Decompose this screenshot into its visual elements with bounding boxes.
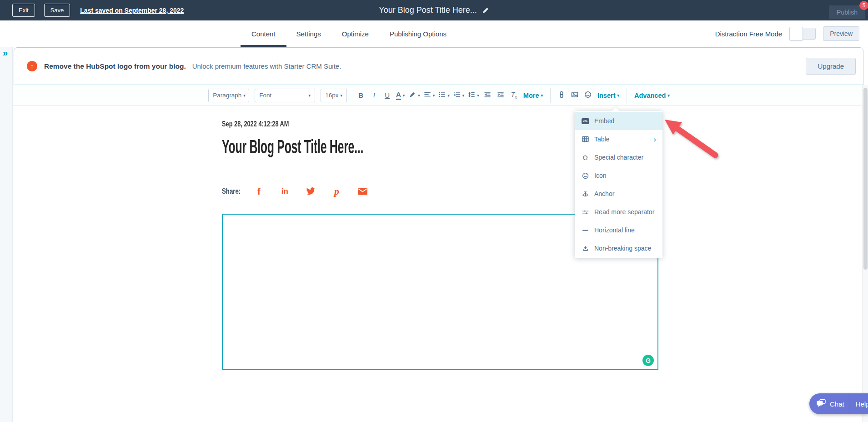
- post-title[interactable]: Your Blog Post Title Here...: [222, 136, 363, 158]
- font-size-select[interactable]: 16px ▾: [321, 89, 347, 102]
- link-button[interactable]: [556, 89, 568, 102]
- chevron-down-icon: ▾: [667, 93, 670, 98]
- menu-item-label: Table: [594, 136, 609, 143]
- anchor-icon: [581, 191, 589, 197]
- help-label: Help: [856, 400, 868, 408]
- insert-menu-item-anchor[interactable]: Anchor: [575, 185, 662, 203]
- font-select-value: Font: [259, 92, 271, 99]
- tab-settings[interactable]: Settings: [296, 20, 321, 47]
- clear-formatting-button[interactable]: Tx: [508, 89, 520, 102]
- bold-button[interactable]: B: [355, 89, 367, 102]
- font-size-value: 16px: [325, 92, 338, 99]
- highlight-icon: [409, 91, 416, 100]
- align-button[interactable]: ▾: [422, 89, 437, 102]
- line-height-button[interactable]: ▾: [467, 89, 481, 102]
- table-icon: [581, 136, 589, 142]
- insert-menu-item-non-breaking-space[interactable]: Non-breaking space: [575, 239, 662, 257]
- read-more-icon: [581, 209, 589, 215]
- insert-menu-item-special-character[interactable]: Ω Special character: [575, 148, 662, 166]
- toolbar-divider: [627, 88, 627, 103]
- insert-menu-item-icon[interactable]: Icon: [575, 166, 662, 185]
- tabbar-right-group: Distraction Free Mode Preview: [715, 20, 859, 47]
- post-date: Sep 28, 2022 4:12:28 AM: [222, 120, 289, 128]
- underline-button[interactable]: U: [381, 89, 393, 102]
- email-icon[interactable]: [350, 188, 376, 195]
- post-title-header: Your Blog Post Title Here...: [379, 5, 489, 15]
- insert-menu-item-table[interactable]: Table ›: [575, 130, 662, 148]
- align-icon: [424, 91, 431, 100]
- indent-icon: [497, 91, 504, 100]
- expand-sidebar-icon[interactable]: »: [3, 48, 8, 57]
- scrollbar-thumb[interactable]: [863, 88, 868, 270]
- chevron-down-icon: ▾: [433, 93, 435, 98]
- menu-item-label: Icon: [594, 172, 606, 179]
- tab-optimize[interactable]: Optimize: [342, 20, 369, 47]
- pinterest-icon[interactable]: p: [324, 186, 350, 197]
- font-select[interactable]: Font ▾: [255, 89, 315, 102]
- advanced-button[interactable]: Advanced ▾: [632, 92, 672, 99]
- insert-button[interactable]: Insert ▾: [595, 92, 622, 99]
- menu-item-label: Anchor: [594, 190, 614, 197]
- share-row: Share: f in p: [222, 186, 376, 197]
- menu-item-label: Horizontal line: [594, 226, 635, 234]
- post-title-text: Your Blog Post Title Here...: [379, 5, 477, 15]
- edit-pencil-icon[interactable]: [482, 7, 489, 14]
- save-button[interactable]: Save: [44, 4, 70, 17]
- chat-bubble-icon: [816, 399, 826, 409]
- banner-bold-text: Remove the HubSpot logo from your blog.: [44, 62, 186, 70]
- insert-label: Insert: [597, 92, 616, 99]
- annotation-arrow: [655, 109, 732, 168]
- toggle-knob[interactable]: [789, 27, 803, 40]
- bullet-list-button[interactable]: ▾: [437, 89, 451, 102]
- more-label: More: [523, 92, 539, 99]
- insert-menu-item-embed[interactable]: </> Embed: [575, 112, 662, 130]
- emoji-icon: [584, 91, 592, 100]
- menu-item-label: Embed: [594, 117, 614, 125]
- insert-menu-item-horizontal-line[interactable]: Horizontal line: [575, 221, 662, 239]
- horizontal-line-icon: [581, 227, 589, 233]
- linkedin-icon[interactable]: in: [272, 187, 298, 196]
- chevron-down-icon: ▾: [447, 93, 450, 98]
- omega-icon: Ω: [581, 154, 589, 161]
- last-saved-link[interactable]: Last saved on September 28, 2022: [80, 7, 184, 14]
- more-button[interactable]: More ▾: [521, 92, 546, 99]
- tab-content[interactable]: Content: [251, 20, 276, 47]
- distraction-free-mode-toggle[interactable]: [789, 28, 816, 40]
- numbered-list-button[interactable]: ▾: [452, 89, 466, 102]
- embed-icon: </>: [581, 118, 589, 124]
- underline-icon: U: [385, 91, 390, 99]
- image-button[interactable]: [569, 89, 581, 102]
- image-icon: [571, 91, 578, 100]
- menu-item-label: Special character: [594, 154, 643, 161]
- help-button[interactable]: Help: [850, 393, 868, 414]
- banner-text: Unlock premium features with Starter CRM…: [192, 62, 341, 70]
- chevron-down-icon: ▾: [403, 93, 405, 98]
- chevron-down-icon: ▾: [309, 93, 311, 98]
- twitter-icon[interactable]: [298, 187, 324, 196]
- italic-button[interactable]: I: [368, 89, 380, 102]
- exit-button[interactable]: Exit: [12, 4, 35, 17]
- preview-button[interactable]: Preview: [823, 26, 859, 41]
- line-height-icon: [468, 91, 475, 100]
- menu-item-label: Non-breaking space: [594, 245, 651, 252]
- facebook-icon[interactable]: f: [246, 186, 272, 197]
- paragraph-style-select[interactable]: Paragraph ▾: [208, 89, 249, 102]
- chevron-down-icon: ▾: [341, 93, 343, 98]
- insert-menu-item-read-more-separator[interactable]: Read more separator: [575, 203, 662, 221]
- advanced-label: Advanced: [634, 92, 666, 99]
- upgrade-button[interactable]: Upgrade: [806, 58, 856, 75]
- chat-button[interactable]: Chat: [809, 393, 850, 414]
- share-label: Share:: [222, 187, 241, 196]
- outdent-button[interactable]: [482, 89, 494, 102]
- chevron-down-icon: ▾: [462, 93, 465, 98]
- grammarly-icon[interactable]: G: [642, 355, 654, 366]
- emoji-button[interactable]: [582, 89, 594, 102]
- highlight-color-button[interactable]: ▾: [407, 89, 421, 102]
- chevron-down-icon: ▾: [477, 93, 479, 98]
- text-color-button[interactable]: A ▾: [394, 89, 406, 102]
- scrollbar[interactable]: [862, 85, 868, 422]
- tab-publishing-options[interactable]: Publishing Options: [390, 20, 447, 47]
- distraction-free-mode-label: Distraction Free Mode: [715, 30, 783, 38]
- indent-button[interactable]: [495, 89, 507, 102]
- bold-icon: B: [358, 91, 363, 99]
